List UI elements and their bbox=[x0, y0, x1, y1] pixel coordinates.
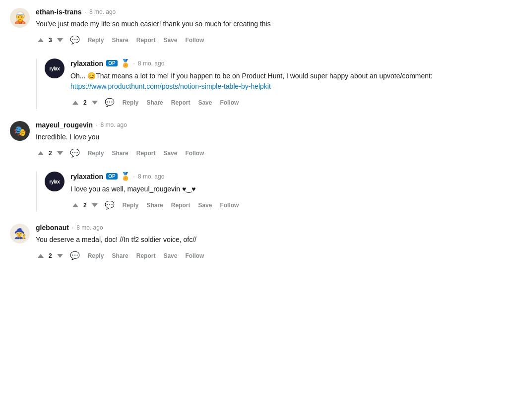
downvote-button[interactable] bbox=[90, 202, 100, 208]
username: glebonaut bbox=[36, 224, 69, 232]
nested-comment: rylax rylaxation OP 🏅 · 8 mo. ago Oh... … bbox=[36, 59, 486, 109]
timestamp: 8 mo. ago bbox=[89, 8, 116, 15]
report-button[interactable]: Report bbox=[168, 200, 193, 211]
upvote-button[interactable] bbox=[36, 253, 46, 259]
vote-count: 2 bbox=[83, 202, 87, 209]
comment-item: 🧝 ethan-is-trans · 8 mo. ago You've just… bbox=[10, 8, 486, 47]
vote-group: 3 bbox=[36, 37, 65, 44]
comment-body: rylaxation OP 🏅 · 8 mo. ago Oh... 😊That … bbox=[70, 59, 486, 109]
upvote-icon bbox=[38, 38, 44, 42]
comment-bubble-button[interactable]: 💬 bbox=[102, 96, 118, 109]
avatar: rylax bbox=[45, 59, 64, 78]
comment-body: rylaxation OP 🏅 · 8 mo. ago I love you a… bbox=[70, 172, 486, 212]
comment-text: I love you as well, mayeul_rougevin ♥‿♥ bbox=[70, 184, 486, 194]
product-hunt-link[interactable]: https://www.producthunt.com/posts/notion… bbox=[70, 82, 271, 90]
reply-button[interactable]: Reply bbox=[85, 35, 107, 46]
avatar: 🧙 bbox=[10, 224, 30, 243]
share-button[interactable]: Share bbox=[143, 97, 166, 108]
vote-count: 2 bbox=[83, 99, 87, 106]
upvote-icon bbox=[72, 101, 78, 105]
op-badge: OP bbox=[106, 60, 117, 66]
share-button[interactable]: Share bbox=[109, 35, 131, 46]
speech-bubble-icon: 💬 bbox=[105, 200, 115, 210]
avatar: rylax bbox=[45, 172, 64, 191]
reply-button[interactable]: Reply bbox=[120, 200, 142, 211]
downvote-icon bbox=[92, 203, 98, 207]
speech-bubble-icon: 💬 bbox=[105, 98, 115, 107]
vote-group: 2 bbox=[70, 99, 100, 106]
comment-body: ethan-is-trans · 8 mo. ago You've just m… bbox=[36, 8, 486, 47]
save-button[interactable]: Save bbox=[195, 200, 215, 211]
upvote-button[interactable] bbox=[36, 37, 46, 43]
upvote-button[interactable] bbox=[36, 150, 46, 156]
comment-text: You deserve a medal, doc! //In tf2 soldi… bbox=[36, 235, 486, 245]
share-button[interactable]: Share bbox=[143, 200, 166, 211]
follow-button[interactable]: Follow bbox=[182, 148, 207, 159]
save-button[interactable]: Save bbox=[195, 97, 215, 108]
comment-actions: 2 💬 Reply Share Report Save Follow bbox=[36, 249, 486, 262]
follow-button[interactable]: Follow bbox=[182, 250, 207, 261]
save-button[interactable]: Save bbox=[160, 148, 180, 159]
comment-actions: 2 💬 Reply Share Report Save Follow bbox=[70, 198, 486, 212]
username: rylaxation bbox=[70, 60, 103, 67]
reply-button[interactable]: Reply bbox=[120, 97, 142, 108]
comment-header: mayeul_rougevin · 8 mo. ago bbox=[36, 121, 486, 129]
vote-count: 3 bbox=[49, 37, 52, 44]
upvote-button[interactable] bbox=[70, 202, 80, 208]
comment-header: rylaxation OP 🏅 · 8 mo. ago bbox=[70, 172, 486, 181]
comment-item: rylax rylaxation OP 🏅 · 8 mo. ago Oh... … bbox=[45, 59, 486, 109]
downvote-button[interactable] bbox=[55, 37, 65, 43]
comment-actions: 2 💬 Reply Share Report Save Follow bbox=[70, 96, 486, 109]
vote-count: 2 bbox=[49, 252, 52, 259]
comment-header: ethan-is-trans · 8 mo. ago bbox=[36, 8, 486, 16]
comment-header: glebonaut · 8 mo. ago bbox=[36, 224, 486, 232]
comment-bubble-button[interactable]: 💬 bbox=[67, 146, 83, 160]
save-button[interactable]: Save bbox=[160, 250, 180, 261]
comment-text: Incredible. I love you bbox=[36, 132, 486, 142]
report-button[interactable]: Report bbox=[133, 250, 159, 261]
report-button[interactable]: Report bbox=[168, 97, 193, 108]
downvote-icon bbox=[57, 254, 63, 258]
comment-actions: 2 💬 Reply Share Report Save Follow bbox=[36, 146, 486, 160]
comment-bubble-button[interactable]: 💬 bbox=[102, 198, 118, 212]
downvote-button[interactable] bbox=[55, 253, 65, 259]
upvote-button[interactable] bbox=[70, 100, 80, 106]
speech-bubble-icon: 💬 bbox=[70, 148, 80, 158]
downvote-button[interactable] bbox=[55, 150, 65, 156]
upvote-icon bbox=[38, 254, 44, 258]
reply-button[interactable]: Reply bbox=[85, 148, 107, 159]
downvote-icon bbox=[57, 151, 63, 155]
op-badge: OP bbox=[106, 173, 117, 180]
username: ethan-is-trans bbox=[36, 8, 82, 16]
medal-icon: 🏅 bbox=[121, 172, 130, 181]
follow-button[interactable]: Follow bbox=[182, 35, 207, 46]
upvote-icon bbox=[72, 203, 78, 207]
downvote-button[interactable] bbox=[90, 100, 100, 106]
follow-button[interactable]: Follow bbox=[217, 200, 242, 211]
comment-item: 🧙 glebonaut · 8 mo. ago You deserve a me… bbox=[10, 224, 486, 262]
share-button[interactable]: Share bbox=[109, 250, 131, 261]
timestamp: 8 mo. ago bbox=[138, 60, 164, 67]
comment-bubble-button[interactable]: 💬 bbox=[67, 33, 83, 47]
vote-group: 2 bbox=[70, 202, 100, 209]
save-button[interactable]: Save bbox=[160, 35, 180, 46]
follow-button[interactable]: Follow bbox=[217, 97, 242, 108]
comment-text: Oh... 😊That means a lot to me! If you ha… bbox=[70, 71, 486, 92]
report-button[interactable]: Report bbox=[133, 148, 159, 159]
comment-text: You've just made my life so much easier!… bbox=[36, 19, 486, 29]
reply-button[interactable]: Reply bbox=[85, 250, 107, 261]
comment-bubble-button[interactable]: 💬 bbox=[67, 249, 83, 262]
vote-group: 2 bbox=[36, 150, 65, 157]
vote-group: 2 bbox=[36, 252, 65, 259]
speech-bubble-icon: 💬 bbox=[70, 251, 80, 260]
username: mayeul_rougevin bbox=[36, 121, 93, 129]
comment-header: rylaxation OP 🏅 · 8 mo. ago bbox=[70, 59, 486, 68]
share-button[interactable]: Share bbox=[109, 148, 131, 159]
comment-thread: 🧝 ethan-is-trans · 8 mo. ago You've just… bbox=[10, 8, 486, 262]
avatar: 🧝 bbox=[10, 8, 30, 28]
comment-item: rylax rylaxation OP 🏅 · 8 mo. ago I love… bbox=[45, 172, 486, 212]
nested-comment: rylax rylaxation OP 🏅 · 8 mo. ago I love… bbox=[36, 172, 486, 212]
upvote-icon bbox=[38, 151, 44, 155]
downvote-icon bbox=[57, 38, 63, 42]
report-button[interactable]: Report bbox=[133, 35, 159, 46]
